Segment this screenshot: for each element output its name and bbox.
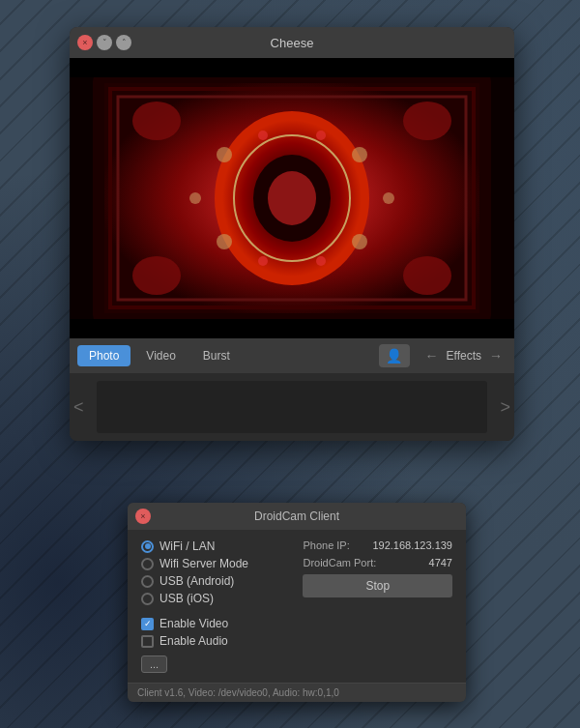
svg-point-9 bbox=[132, 102, 181, 140]
radio-usb-android[interactable]: USB (Android) bbox=[141, 574, 291, 588]
camera-shutter-button[interactable]: 👤 bbox=[379, 344, 410, 367]
thumb-next-button[interactable]: > bbox=[500, 397, 510, 418]
person-icon: 👤 bbox=[386, 348, 402, 364]
svg-point-18 bbox=[383, 192, 394, 204]
enable-video-item[interactable]: Enable Video bbox=[141, 617, 452, 630]
effects-label: Effects bbox=[447, 349, 481, 363]
phone-ip-value: 192.168.123.139 bbox=[372, 539, 452, 551]
svg-point-21 bbox=[258, 256, 268, 266]
droidcam-close-button[interactable]: × bbox=[135, 509, 151, 524]
port-row: DroidCam Port: 4747 bbox=[303, 557, 452, 568]
close-icon: × bbox=[82, 38, 87, 47]
svg-point-20 bbox=[316, 131, 326, 140]
thumbnail-area bbox=[97, 381, 487, 433]
port-value: 4747 bbox=[429, 557, 452, 568]
minimize-button[interactable]: ˅ bbox=[97, 35, 112, 50]
enable-audio-checkbox[interactable] bbox=[141, 635, 154, 648]
phone-ip-label: Phone IP: bbox=[303, 539, 349, 551]
tab-video[interactable]: Video bbox=[134, 345, 187, 366]
cheese-title: Cheese bbox=[271, 36, 314, 50]
droidcam-main-row: WiFi / LAN Wifi Server Mode USB (Android… bbox=[141, 539, 452, 609]
connection-options: WiFi / LAN Wifi Server Mode USB (Android… bbox=[141, 539, 291, 609]
radio-usb-android-label: USB (Android) bbox=[160, 574, 234, 588]
port-label: DroidCam Port: bbox=[303, 557, 376, 568]
radio-usb-ios-label: USB (iOS) bbox=[160, 592, 214, 605]
tab-burst[interactable]: Burst bbox=[191, 345, 242, 366]
effects-area: ← Effects → bbox=[421, 346, 507, 365]
radio-wifi-lan-label: WiFi / LAN bbox=[160, 539, 215, 553]
chevron-up-icon: ˄ bbox=[122, 38, 127, 47]
droidcam-body: WiFi / LAN Wifi Server Mode USB (Android… bbox=[128, 530, 466, 683]
cheese-titlebar: × ˅ ˄ Cheese bbox=[70, 27, 514, 58]
svg-point-15 bbox=[217, 234, 232, 249]
svg-point-22 bbox=[316, 256, 326, 266]
svg-rect-24 bbox=[70, 319, 514, 338]
status-text: Client v1.6, Video: /dev/video0, Audio: … bbox=[137, 687, 339, 698]
stop-button[interactable]: Stop bbox=[303, 574, 452, 597]
svg-point-19 bbox=[258, 131, 268, 140]
tab-photo[interactable]: Photo bbox=[77, 345, 130, 366]
thumb-prev-button[interactable]: < bbox=[73, 397, 84, 418]
svg-point-14 bbox=[352, 147, 367, 162]
svg-point-10 bbox=[403, 102, 451, 140]
svg-point-16 bbox=[352, 234, 367, 249]
radio-wifi-lan-indicator bbox=[141, 540, 154, 553]
effects-prev-button[interactable]: ← bbox=[421, 346, 443, 365]
enable-video-checkbox[interactable] bbox=[141, 618, 154, 630]
server-fields: Phone IP: 192.168.123.139 DroidCam Port:… bbox=[303, 539, 452, 597]
maximize-button[interactable]: ˄ bbox=[116, 35, 131, 50]
enable-video-label: Enable Video bbox=[160, 617, 228, 630]
toolbar-area: Photo Video Burst 👤 ← Effects → bbox=[70, 338, 514, 373]
cheese-window: × ˅ ˄ Cheese bbox=[70, 27, 514, 441]
radio-usb-ios-indicator bbox=[141, 593, 154, 605]
droidcam-close-icon: × bbox=[140, 511, 145, 521]
rug-display bbox=[70, 58, 514, 338]
radio-wifi-server[interactable]: Wifi Server Mode bbox=[141, 557, 291, 570]
enable-audio-label: Enable Audio bbox=[160, 634, 228, 648]
titlebar-controls: × ˅ ˄ bbox=[77, 35, 131, 50]
svg-point-13 bbox=[217, 147, 232, 162]
radio-wifi-server-label: Wifi Server Mode bbox=[160, 557, 248, 570]
droidcam-titlebar: × DroidCam Client bbox=[128, 503, 466, 530]
phone-ip-row: Phone IP: 192.168.123.139 bbox=[303, 539, 452, 551]
svg-point-12 bbox=[403, 256, 451, 295]
droidcam-window: × DroidCam Client WiFi / LAN Wifi Server… bbox=[128, 503, 466, 702]
chevron-down-icon: ˅ bbox=[102, 38, 107, 47]
radio-wifi-server-indicator bbox=[141, 558, 154, 570]
close-button[interactable]: × bbox=[77, 35, 93, 50]
checkbox-area: Enable Video Enable Audio ... bbox=[141, 617, 452, 673]
camera-view bbox=[70, 58, 514, 338]
enable-audio-item[interactable]: Enable Audio bbox=[141, 634, 452, 648]
radio-usb-android-indicator bbox=[141, 575, 154, 588]
status-bar: Client v1.6, Video: /dev/video0, Audio: … bbox=[128, 683, 466, 702]
svg-point-17 bbox=[189, 192, 201, 204]
svg-point-8 bbox=[268, 171, 316, 225]
svg-rect-23 bbox=[70, 58, 514, 77]
droidcam-title: DroidCam Client bbox=[254, 510, 339, 523]
radio-usb-ios[interactable]: USB (iOS) bbox=[141, 592, 291, 605]
effects-next-button[interactable]: → bbox=[485, 346, 507, 365]
dots-button[interactable]: ... bbox=[141, 655, 167, 673]
svg-point-11 bbox=[132, 256, 181, 295]
radio-wifi-lan[interactable]: WiFi / LAN bbox=[141, 539, 291, 553]
thumbnails-row: < > bbox=[70, 373, 514, 441]
